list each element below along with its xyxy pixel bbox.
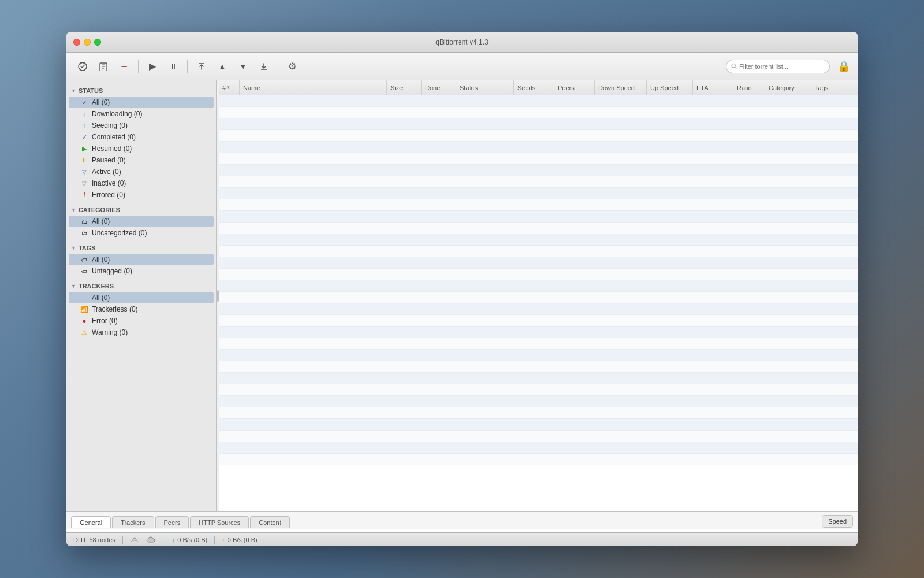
sidebar-item-all[interactable]: ✓ All (0) [69,97,214,108]
sidebar-resize-handle[interactable] [217,80,219,511]
sidebar-item-active[interactable]: ▽ Active (0) [69,166,214,177]
sidebar-item-tags-all[interactable]: 🏷 All (0) [69,254,214,265]
move-up-button[interactable]: ▲ [213,57,232,76]
sidebar-item-warning[interactable]: ⚠ Warning (0) [69,327,214,338]
table-row[interactable] [219,142,858,153]
sidebar-item-completed[interactable]: ✓ Completed (0) [69,131,214,143]
minimize-button[interactable] [84,39,91,46]
remove-button[interactable]: − [115,57,133,76]
table-row[interactable] [219,257,858,269]
seeding-icon: ↑ [80,122,88,129]
table-row[interactable] [219,199,858,211]
sidebar-item-error[interactable]: ● Error (0) [69,315,214,327]
lock-icon[interactable]: 🔒 [837,60,851,73]
table-row[interactable] [219,384,858,396]
pause-button[interactable]: ⏸ [164,57,182,76]
table-row[interactable] [219,419,858,431]
table-row[interactable] [219,234,858,246]
tab-content[interactable]: Content [250,516,290,528]
table-row[interactable] [219,338,858,350]
sidebar-item-errored[interactable]: ! Errored (0) [69,189,214,201]
tab-trackers[interactable]: Trackers [112,516,154,528]
table-row[interactable] [219,431,858,442]
table-row[interactable] [219,188,858,199]
warning-tracker-icon: ⚠ [80,329,88,336]
table-row[interactable] [219,211,858,223]
down-arrow-icon: ↓ [172,536,176,543]
table-row[interactable] [219,107,858,118]
up-speed-status: ↑ 0 B/s (0 B) [222,536,257,543]
col-header-status[interactable]: Status [456,80,514,95]
sort-arrow: ▼ [226,85,230,90]
move-down-button[interactable]: ▼ [234,57,252,76]
tab-general[interactable]: General [71,516,111,528]
sidebar-label-paused: Paused (0) [92,156,126,164]
search-input[interactable] [739,63,825,70]
sidebar-item-resumed[interactable]: ▶ Resumed (0) [69,143,214,154]
col-header-seeds[interactable]: Seeds [514,80,554,95]
add-link-button[interactable] [94,57,113,76]
table-row[interactable] [219,373,858,384]
close-button[interactable] [73,39,80,46]
table-row[interactable] [219,327,858,338]
table-row[interactable] [219,153,858,165]
col-header-size[interactable]: Size [387,80,422,95]
table-row[interactable] [219,176,858,188]
table-row[interactable] [219,246,858,257]
table-row[interactable] [219,350,858,361]
move-top-button[interactable] [192,57,211,76]
tags-section-header[interactable]: ▼ TAGS [66,242,216,254]
toolbar: − ▶ ⏸ ▲ ▼ ⚙ [66,53,858,80]
table-row[interactable] [219,315,858,327]
col-header-eta[interactable]: ETA [693,80,733,95]
traffic-lights [73,39,101,46]
table-row[interactable] [219,407,858,419]
col-header-ratio[interactable]: Ratio [733,80,765,95]
table-row[interactable] [219,118,858,130]
error-tracker-icon: ● [80,317,88,324]
table-row[interactable] [219,454,858,465]
alt-speed-icon[interactable] [130,536,139,543]
sidebar-item-seeding[interactable]: ↑ Seeding (0) [69,120,214,131]
col-header-down-speed[interactable]: Down Speed [595,80,647,95]
search-box [726,60,830,73]
sidebar-item-uncategorized[interactable]: 🗂 Uncategorized (0) [69,227,214,239]
table-row[interactable] [219,280,858,292]
col-header-up-speed[interactable]: Up Speed [647,80,693,95]
tab-peers[interactable]: Peers [155,516,189,528]
col-header-peers[interactable]: Peers [554,80,595,95]
col-header-tags[interactable]: Tags [811,80,858,95]
sidebar-item-inactive[interactable]: ▽ Inactive (0) [69,177,214,189]
table-row[interactable] [219,442,858,454]
table-row[interactable] [219,303,858,315]
table-row[interactable] [219,95,858,107]
status-section-header[interactable]: ▼ STATUS [66,85,216,97]
sidebar-item-trackers-all[interactable]: All (0) [69,292,214,303]
sidebar-item-downloading[interactable]: ↓ Downloading (0) [69,108,214,120]
table-row[interactable] [219,130,858,142]
speed-button[interactable]: Speed [822,515,853,528]
sidebar-item-untagged[interactable]: 🏷 Untagged (0) [69,265,214,277]
table-row[interactable] [219,269,858,280]
trackers-section-header[interactable]: ▼ TRACKERS [66,280,216,292]
col-header-done[interactable]: Done [422,80,456,95]
options-button[interactable]: ⚙ [283,57,301,76]
col-header-category[interactable]: Category [765,80,811,95]
sidebar-item-categories-all[interactable]: 🗂 All (0) [69,216,214,227]
table-row[interactable] [219,361,858,373]
maximize-button[interactable] [94,39,101,46]
resume-button[interactable]: ▶ [143,57,162,76]
col-header-num[interactable]: #▼ [219,80,240,95]
tab-http-sources[interactable]: HTTP Sources [190,516,249,528]
table-row[interactable] [219,292,858,303]
table-rows [219,95,858,511]
sidebar-item-trackerless[interactable]: 📶 Trackerless (0) [69,303,214,315]
add-torrent-button[interactable] [73,57,92,76]
categories-section-header[interactable]: ▼ CATEGORIES [66,204,216,216]
table-row[interactable] [219,223,858,234]
table-row[interactable] [219,396,858,407]
table-row[interactable] [219,165,858,176]
sidebar-item-paused[interactable]: ⏸ Paused (0) [69,154,214,166]
col-header-name[interactable]: Name [240,80,387,95]
move-bottom-button[interactable] [255,57,273,76]
